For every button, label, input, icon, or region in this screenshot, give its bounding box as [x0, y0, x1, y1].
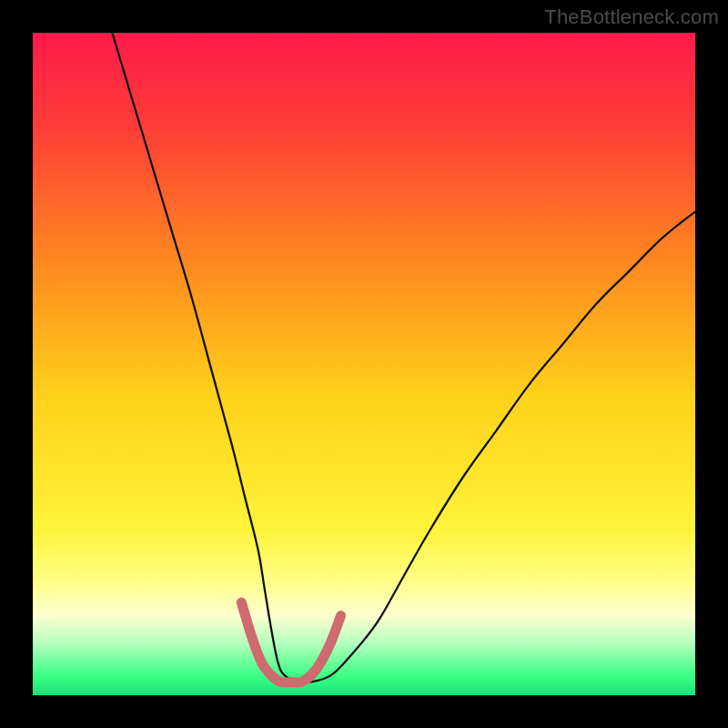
bottleneck-chart: [33, 33, 695, 695]
chart-background: [33, 33, 695, 695]
watermark-text: TheBottleneck.com: [544, 5, 719, 29]
app-frame: TheBottleneck.com: [0, 0, 728, 728]
